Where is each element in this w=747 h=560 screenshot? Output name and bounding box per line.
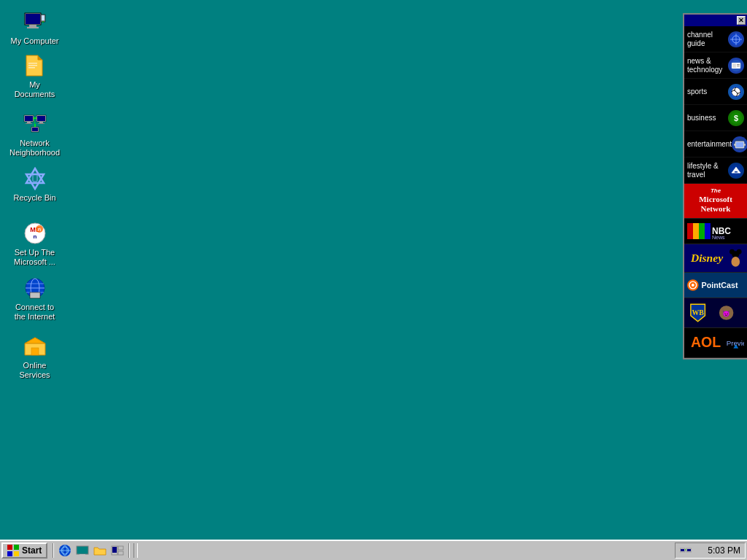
- svg-rect-27: [33, 174, 37, 182]
- svg-rect-66: [705, 223, 711, 239]
- svg-text:PointCast: PointCast: [702, 281, 738, 289]
- svg-text:Disney: Disney: [690, 252, 723, 264]
- lifestyle-travel-item[interactable]: lifestyle & travel: [684, 158, 747, 184]
- svg-text:n: n: [37, 227, 40, 232]
- svg-marker-25: [26, 168, 44, 183]
- business-item[interactable]: business $: [684, 105, 747, 131]
- channel-taskbar-icon[interactable]: [110, 543, 125, 558]
- recycle-bin-icon-img: [23, 167, 47, 190]
- pointcast-brand-banner[interactable]: PointCast: [684, 273, 747, 298]
- setup-msn-icon-img: MS n n: [23, 222, 47, 245]
- connect-internet-icon-img: [23, 276, 47, 300]
- wb-brand-banner[interactable]: WB 😈: [684, 298, 747, 328]
- msnbc-brand-banner[interactable]: NBC News: [684, 219, 747, 244]
- desktop: My Computer My Documents: [0, 0, 747, 560]
- setup-msn-icon[interactable]: MS n n Set Up The Microsoft ...: [7, 219, 62, 270]
- svg-text:n: n: [33, 233, 36, 240]
- svg-rect-49: [737, 64, 740, 65]
- lifestyle-travel-icon: [728, 163, 744, 179]
- svg-rect-84: [7, 545, 12, 550]
- svg-rect-15: [26, 123, 32, 124]
- aol-brand-banner[interactable]: AOL Preview: [684, 328, 747, 358]
- sports-label: sports: [687, 88, 728, 96]
- online-services-icon[interactable]: Online Services: [7, 332, 62, 383]
- sports-item[interactable]: sports: [684, 79, 747, 105]
- svg-rect-14: [27, 122, 31, 123]
- volume-tray-icon: [694, 545, 705, 557]
- svg-rect-97: [118, 546, 123, 550]
- svg-rect-94: [78, 556, 87, 556]
- svg-rect-59: [744, 144, 746, 146]
- svg-text:$: $: [734, 114, 738, 122]
- panel-titlebar: ✕: [684, 15, 747, 26]
- svg-marker-40: [25, 338, 45, 343]
- online-services-icon-img: [23, 335, 47, 358]
- start-button[interactable]: Start: [1, 542, 47, 559]
- show-desktop-icon[interactable]: [75, 543, 90, 558]
- svg-rect-85: [14, 545, 19, 550]
- sports-icon: [728, 84, 744, 100]
- business-icon: $: [728, 110, 744, 126]
- recycle-bin-label: Recycle Bin: [13, 193, 55, 203]
- ie-taskbar-icon[interactable]: [58, 543, 72, 558]
- my-documents-icon[interactable]: My Documents: [7, 51, 62, 102]
- taskbar: Start: [0, 540, 747, 560]
- my-documents-icon-img: [23, 54, 47, 77]
- network-neighborhood-icon[interactable]: Network Neighborhood: [7, 109, 62, 160]
- svg-rect-9: [28, 63, 37, 64]
- svg-rect-38: [30, 292, 40, 298]
- svg-point-72: [737, 249, 742, 254]
- svg-marker-8: [38, 55, 42, 60]
- entertainment-label: entertainment: [687, 140, 732, 149]
- entertainment-icon: [732, 136, 747, 152]
- svg-text:AOL: AOL: [691, 334, 721, 350]
- svg-rect-87: [14, 551, 19, 556]
- my-computer-icon-img: [23, 10, 47, 34]
- windows-logo-icon: [7, 545, 19, 556]
- svg-rect-65: [699, 223, 705, 239]
- network-tray-icon: [680, 544, 692, 558]
- svg-rect-2: [29, 25, 36, 27]
- svg-rect-22: [32, 128, 38, 131]
- svg-rect-86: [7, 551, 12, 556]
- connect-internet-icon[interactable]: Connect to the Internet: [7, 273, 62, 324]
- svg-rect-58: [734, 144, 735, 146]
- svg-point-76: [692, 284, 694, 287]
- taskbar-divider-1: [53, 543, 54, 558]
- news-tech-item[interactable]: news & technology: [684, 52, 747, 79]
- svg-point-71: [729, 249, 735, 254]
- recycle-bin-icon[interactable]: Recycle Bin: [7, 164, 62, 206]
- folder-taskbar-icon[interactable]: [93, 543, 107, 558]
- svg-rect-96: [112, 547, 117, 553]
- svg-point-73: [731, 257, 740, 267]
- channel-panel: ✕ channel guide news & technology: [683, 13, 747, 359]
- setup-msn-label: Set Up The Microsoft ...: [10, 248, 59, 267]
- my-computer-icon[interactable]: My Computer: [7, 7, 62, 49]
- entertainment-item[interactable]: entertainment: [684, 131, 747, 158]
- svg-rect-93: [80, 554, 85, 556]
- news-tech-label: news & technology: [687, 57, 728, 74]
- svg-rect-11: [28, 67, 35, 69]
- svg-rect-98: [118, 551, 123, 555]
- channel-guide-item[interactable]: channel guide: [684, 26, 747, 52]
- svg-line-24: [34, 118, 35, 124]
- svg-rect-102: [687, 549, 691, 551]
- svg-text:News: News: [712, 235, 725, 239]
- panel-close-button[interactable]: ✕: [737, 16, 746, 25]
- svg-rect-63: [687, 223, 693, 239]
- taskbar-divider-2: [128, 543, 130, 558]
- svg-text:😈: 😈: [722, 309, 730, 318]
- svg-rect-41: [31, 348, 39, 355]
- msn-microsoft-label: Microsoft: [699, 195, 732, 204]
- msn-network-label: Network: [699, 204, 732, 214]
- channel-guide-label: channel guide: [687, 31, 728, 48]
- msn-brand-banner[interactable]: The Microsoft Network: [684, 184, 747, 219]
- channel-guide-icon: [728, 31, 744, 47]
- svg-rect-18: [39, 122, 43, 123]
- connect-internet-label: Connect to the Internet: [10, 303, 59, 322]
- svg-rect-48: [732, 63, 736, 68]
- disney-brand-banner[interactable]: Disney: [684, 244, 747, 273]
- business-label: business: [687, 114, 728, 122]
- taskbar-drag-handle: [133, 543, 138, 558]
- my-documents-label: My Documents: [10, 80, 59, 99]
